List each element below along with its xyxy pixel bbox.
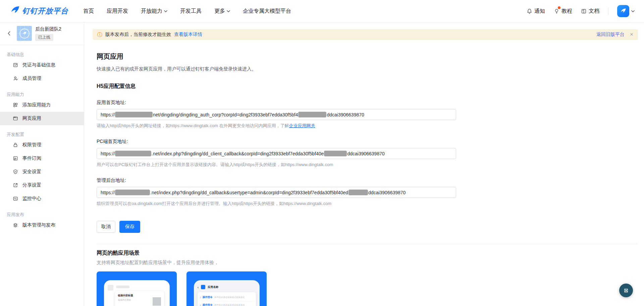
app-gateway-link[interactable]: 企业应用网关 — [289, 123, 315, 128]
dingtalk-logo[interactable]: 钉钉开放平台 — [10, 5, 68, 17]
sidebar-item-label: 凭证与基础信息 — [22, 62, 55, 68]
divider — [608, 7, 608, 15]
lightbulb-icon — [554, 8, 559, 14]
sidebar-item-web-app[interactable]: 网页应用 — [0, 112, 84, 125]
tutorial-button[interactable]: 教程 — [554, 8, 572, 15]
sidebar-item-members[interactable]: 成员管理 — [0, 72, 84, 85]
homepage-url-input[interactable]: https:// net/dingding/dingding_auth_corp… — [97, 109, 456, 120]
nav-item-dev-tools[interactable]: 开发工具 — [180, 8, 202, 15]
main-menu: 首页 应用开发 开放能力 开发工具 更多 企业专属大模型平台 — [83, 8, 291, 15]
sidebar-item-label: 安全设置 — [22, 169, 41, 175]
phone-mockup-command: ‹ 应用名称 / 操作指令 操作指令描述链接描述链接描述 / — [194, 280, 260, 306]
mock-link-card: 链接内容标题 链接内容摘要 link — [115, 291, 164, 306]
id-card-icon — [13, 62, 18, 68]
widget-icon: ⊠ — [624, 287, 628, 294]
share-external-icon — [13, 183, 18, 188]
sidebar-item-version-release[interactable]: 版本管理与发布 — [0, 218, 84, 232]
view-version-link[interactable]: 查看版本详情 — [174, 32, 202, 38]
save-button[interactable]: 保存 — [119, 221, 140, 233]
sidebar-section-release: 应用发布 — [0, 211, 84, 218]
redacted-text — [115, 112, 153, 117]
sidebar-item-label: 版本管理与发布 — [22, 222, 55, 228]
sidebar-item-monitor-center[interactable]: 监控中心 — [0, 192, 84, 205]
sidebar-item-label: 监控中心 — [22, 196, 41, 202]
redacted-text — [115, 151, 151, 156]
account-menu[interactable] — [617, 5, 635, 17]
book-icon — [581, 8, 587, 14]
nav-item-enterprise-llm[interactable]: 企业专属大模型平台 — [243, 8, 291, 15]
cool-app-section-title: 网页的酷应用场景 — [97, 250, 638, 257]
version-banner: ⓘ 版本发布后，当前修改才能生效 查看版本详情 返回旧版平台 × — [93, 29, 638, 40]
rss-icon — [13, 156, 18, 161]
avatar — [617, 5, 629, 17]
back-to-old-platform-link[interactable]: 返回旧版平台 — [596, 32, 625, 38]
mock-app-icon — [201, 285, 205, 289]
lock-icon — [13, 142, 18, 148]
sidebar-item-share-settings[interactable]: 分享设置 — [0, 178, 84, 192]
field-admin-backend: 管理后台地址: https:// .net/index.php?dingding… — [97, 177, 638, 207]
sidebar-item-label: 权限管理 — [22, 142, 41, 148]
mock-thumbnail — [153, 297, 161, 306]
mock-text-bar — [116, 286, 129, 288]
sidebar-section-capability: 应用能力 — [0, 91, 84, 98]
field-label: 管理后台地址: — [97, 177, 638, 184]
notification-button[interactable]: 通知 — [527, 8, 545, 15]
chevron-left-icon — [8, 31, 10, 36]
sidebar-item-label: 添加应用能力 — [22, 102, 51, 108]
nav-item-app-dev[interactable]: 应用开发 — [107, 8, 128, 15]
sidebar-item-label: 成员管理 — [22, 75, 41, 82]
pc-homepage-url-input[interactable]: https:// .net/index.php?dingding/dd_clie… — [97, 148, 456, 159]
sidebar-item-add-capability[interactable]: 添加应用能力 — [0, 98, 84, 112]
info-icon: ⓘ — [97, 32, 102, 38]
admin-backend-url-input[interactable]: https:// .net/index.php?dingding/dd_call… — [97, 187, 456, 198]
sidebar-item-security[interactable]: 安全设置 — [0, 165, 84, 178]
chevron-down-icon — [227, 10, 230, 12]
browser-window-icon — [13, 116, 18, 121]
form-actions: 取消 保存 — [97, 221, 638, 233]
notification-dot — [558, 6, 560, 9]
nav-item-home[interactable]: 首页 — [83, 8, 94, 15]
h5-config-section-title: H5应用配置信息 — [97, 83, 638, 90]
cancel-button[interactable]: 取消 — [97, 221, 115, 233]
close-icon[interactable]: × — [630, 31, 633, 38]
redacted-text — [298, 112, 326, 117]
field-help: 组织管理员可以在oa.dingtalk.com打开这个应用后台并进行管理。输入h… — [97, 201, 638, 207]
docs-button[interactable]: 文档 — [581, 8, 599, 15]
shield-check-icon — [13, 169, 18, 174]
cool-app-description: 支持将网页地址配置到酷应用场景中，提升应用使用体验， — [97, 260, 638, 266]
banner-message: 版本发布后，当前修改才能生效 — [105, 32, 171, 38]
bell-icon — [527, 8, 532, 14]
layers-icon — [13, 222, 18, 228]
logo-text: 钉钉开放平台 — [22, 6, 68, 16]
chevron-down-icon — [631, 10, 635, 12]
sidebar-item-label: 分享设置 — [22, 182, 41, 188]
scene-card-command[interactable]: ‹ 应用名称 / 操作指令 操作指令描述链接描述链接描述 / — [186, 271, 267, 306]
mock-avatar — [108, 285, 113, 291]
app-header: 后台新团队2 已上线 — [0, 22, 84, 45]
field-help: 请输入http或https开头的网址链接，如https://www.dingta… — [97, 123, 638, 129]
redacted-text — [348, 190, 368, 195]
mock-back-icon: ‹ — [198, 285, 199, 289]
field-label: PC端首页地址: — [97, 139, 638, 145]
nav-item-more[interactable]: 更多 — [214, 8, 230, 15]
redacted-text — [324, 151, 347, 156]
sidebar-item-label: 事件订阅 — [22, 155, 41, 161]
redacted-text — [115, 190, 150, 195]
nav-item-open-capability[interactable]: 开放能力 — [141, 8, 167, 15]
sidebar-section-basic-info: 基础信息 — [0, 51, 84, 58]
top-navigation: 钉钉开放平台 首页 应用开发 开放能力 开发工具 更多 企业专属大模型平台 通知… — [0, 0, 644, 22]
section-divider — [97, 244, 638, 244]
monitor-pulse-icon — [13, 196, 18, 201]
scene-card-link[interactable]: 链接内容标题 链接内容摘要 link https:// — [97, 271, 177, 306]
cool-app-scene-cards: 链接内容标题 链接内容摘要 link https:// — [97, 271, 638, 306]
feedback-widget-button[interactable]: ⊠ — [619, 284, 633, 297]
sidebar-item-credentials[interactable]: 凭证与基础信息 — [0, 58, 84, 72]
mock-command-card: / 操作指令 操作指令描述链接描述链接描述 / 操作指令 操作指令描述链接描述链… — [198, 292, 256, 306]
sidebar-item-event-subscription[interactable]: 事件订阅 — [0, 152, 84, 165]
back-button[interactable] — [5, 30, 13, 37]
page-description: 快速接入已有的或开发网页应用，用户可以通过钉钉客户端免登录快速进入。 — [97, 66, 638, 72]
chevron-down-icon — [164, 10, 167, 12]
field-label: 应用首页地址: — [97, 100, 638, 106]
sidebar-item-permissions[interactable]: 权限管理 — [0, 138, 84, 152]
app-sidebar: 后台新团队2 已上线 基础信息 凭证与基础信息 成员管理 应用能力 添加应用能力… — [0, 22, 84, 306]
